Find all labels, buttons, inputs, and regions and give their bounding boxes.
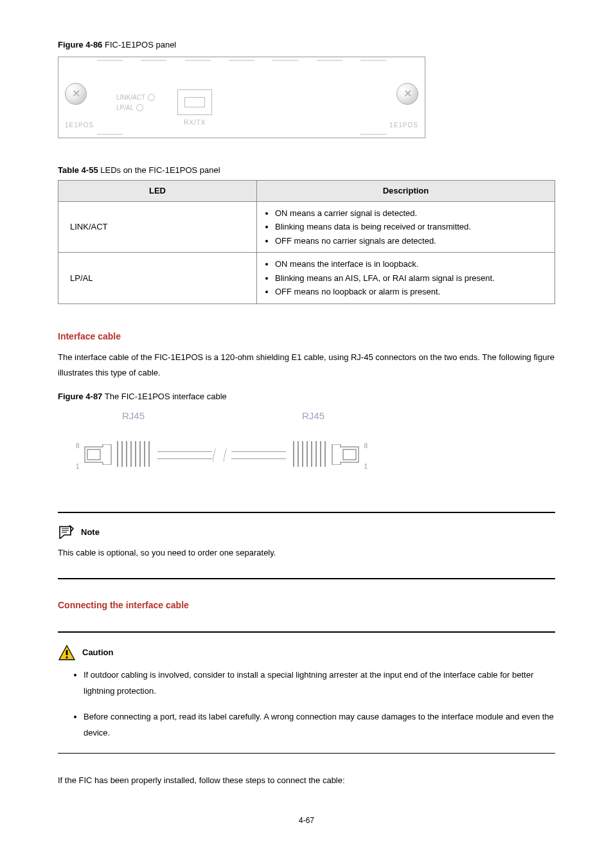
figure-87-title: The FIC-1E1POS interface cable — [102, 392, 226, 401]
rj45-label-right: RJ45 — [302, 409, 324, 424]
interface-cable-heading: Interface cable — [58, 330, 555, 343]
note-label: Note — [81, 526, 100, 539]
led-indicator-icon — [148, 94, 155, 101]
figure-86-caption: Figure 4-86 FIC-1E1POS panel — [58, 39, 555, 51]
panel-led-labels: LINK/ACT LP/AL — [116, 93, 155, 113]
separator — [58, 631, 555, 633]
svg-rect-1 — [66, 656, 68, 658]
td-led-name: LINK/ACT — [58, 201, 257, 253]
panel-bottom-dashes — [97, 134, 386, 135]
separator — [58, 578, 555, 579]
screw-icon: ✕ — [396, 83, 418, 105]
pin-8-right: 8 — [364, 441, 368, 451]
cable-pins-left — [114, 441, 153, 467]
led-indicator-icon — [136, 104, 143, 111]
closing-paragraph: If the FIC has been properly installed, … — [58, 773, 555, 789]
svg-rect-0 — [66, 650, 68, 655]
table-row: LP/AL ON means the interface is in loopb… — [58, 253, 555, 304]
caution-bullet-2: Before connecting a port, read its label… — [84, 709, 555, 741]
th-description: Description — [257, 181, 555, 202]
bullet: ON means a carrier signal is detected. — [275, 207, 548, 220]
td-led-name: LP/AL — [58, 253, 257, 304]
table-55-label: Table 4-55 — [58, 165, 98, 175]
bullet: ON means the interface is in loopback. — [275, 258, 548, 271]
figure-86-label: Figure 4-86 — [58, 40, 102, 50]
pin-1-right: 1 — [364, 462, 368, 471]
table-55-caption: Table 4-55 LEDs on the FIC-1E1POS panel — [58, 164, 555, 177]
bullet: OFF means no loopback or alarm is presen… — [275, 285, 548, 298]
cable-pins-right — [290, 441, 329, 467]
port-label: RX/TX — [184, 118, 206, 127]
led-lpal-label: LP/AL — [116, 104, 134, 111]
note-header: Note — [58, 525, 555, 539]
figure-87-label: Figure 4-87 — [58, 392, 102, 401]
rj45-port-icon — [177, 89, 212, 115]
caution-header: Caution — [58, 644, 555, 661]
cable-diagram: RJ45 RJ45 8 1 8 1 — [84, 409, 360, 486]
interface-cable-paragraph: The interface cable of the FIC-1E1POS is… — [58, 350, 555, 381]
caution-icon — [58, 644, 76, 661]
panel-model-left: 1E1POS — [65, 120, 94, 130]
note-icon — [58, 525, 75, 539]
caution-list: If outdoor cabling is involved, consider… — [58, 667, 555, 741]
bullet: Blinking means an AIS, LFA, or RAI alarm… — [275, 272, 548, 285]
panel-top-dashes — [97, 60, 386, 61]
rj45-connector-icon — [84, 444, 112, 465]
th-led: LED — [58, 181, 257, 202]
page-number: 4-67 — [58, 815, 555, 826]
pin-8-left: 8 — [76, 441, 80, 451]
td-led-desc: ON means a carrier signal is detected. B… — [257, 201, 555, 253]
separator — [58, 753, 555, 754]
rj45-connector-icon — [331, 444, 360, 465]
figure-87-caption: Figure 4-87 The FIC-1E1POS interface cab… — [58, 390, 555, 403]
pin-1-left: 1 — [76, 462, 80, 471]
led-table: LED Description LINK/ACT ON means a carr… — [58, 180, 555, 304]
cable-break-icon — [212, 448, 231, 463]
td-led-desc: ON means the interface is in loopback. B… — [257, 253, 555, 304]
separator — [58, 512, 555, 513]
connecting-heading: Connecting the interface cable — [58, 599, 555, 612]
table-55-title: LEDs on the FIC-1E1POS panel — [98, 165, 220, 175]
bullet: OFF means no carrier signals are detecte… — [275, 235, 548, 248]
caution-label: Caution — [82, 646, 113, 659]
caution-bullet-1: If outdoor cabling is involved, consider… — [84, 667, 555, 699]
figure-86-title: FIC-1E1POS panel — [102, 40, 176, 50]
note-text: This cable is optional, so you need to o… — [58, 545, 555, 561]
bullet: Blinking means data is being received or… — [275, 221, 548, 233]
fic-panel-diagram: ✕ ✕ LINK/ACT LP/AL RX/TX 1E1POS 1E1POS — [58, 57, 425, 138]
table-row: LINK/ACT ON means a carrier signal is de… — [58, 201, 555, 253]
rj45-label-left: RJ45 — [122, 409, 145, 424]
led-linkact-label: LINK/ACT — [116, 94, 145, 101]
screw-icon: ✕ — [65, 83, 87, 105]
panel-model-right: 1E1POS — [389, 120, 418, 130]
